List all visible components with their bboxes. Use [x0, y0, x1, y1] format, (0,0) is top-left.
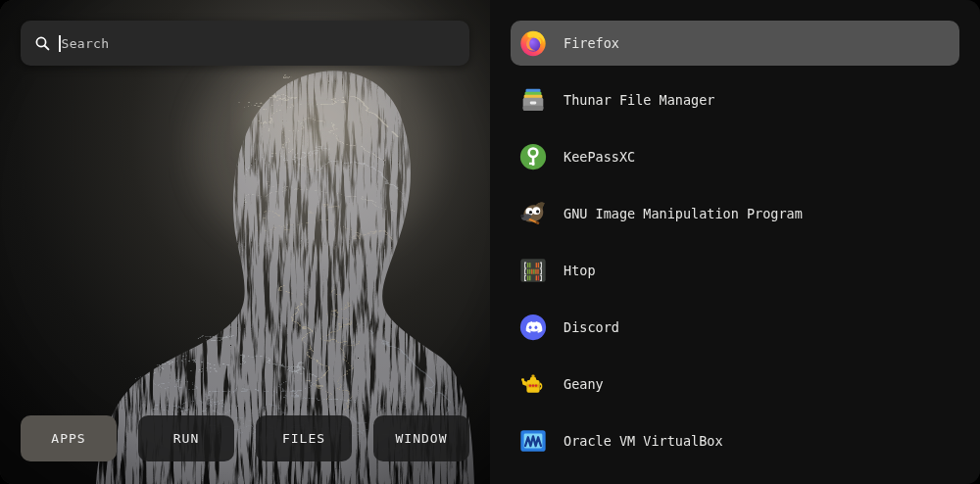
virtualbox-icon	[518, 426, 548, 456]
tab-files[interactable]: FILES	[256, 415, 352, 461]
app-label: Geany	[564, 376, 604, 392]
app-list: Firefox Thunar File Manager	[511, 21, 959, 463]
app-label: KeePassXC	[564, 149, 635, 165]
mode-tabs: APPS RUN FILES WINDOW	[21, 415, 469, 461]
search-icon	[34, 35, 51, 52]
tab-run[interactable]: RUN	[138, 415, 234, 461]
keepassxc-icon	[518, 142, 548, 171]
firefox-icon	[518, 28, 548, 58]
list-item-discord[interactable]: Discord	[511, 305, 959, 350]
app-label: Firefox	[564, 35, 619, 51]
left-panel: Search APPS RUN FILES WINDOW	[0, 0, 490, 484]
app-label: Oracle VM VirtualBox	[564, 433, 723, 449]
list-item-geany[interactable]: Geany	[511, 362, 959, 407]
gimp-icon	[518, 199, 548, 228]
search-placeholder: Search	[62, 36, 110, 51]
discord-icon	[518, 313, 548, 342]
geany-icon	[518, 369, 548, 399]
list-item-htop[interactable]: Htop	[511, 248, 959, 293]
list-item-firefox[interactable]: Firefox	[511, 21, 959, 66]
list-item-keepassxc[interactable]: KeePassXC	[511, 134, 959, 179]
tab-window[interactable]: WINDOW	[373, 415, 469, 461]
list-item-virtualbox[interactable]: Oracle VM VirtualBox	[511, 418, 959, 463]
htop-icon	[518, 256, 548, 285]
text-caret	[59, 35, 61, 52]
search-input[interactable]: Search	[21, 21, 469, 66]
app-label: Thunar File Manager	[564, 92, 714, 108]
tab-apps[interactable]: APPS	[21, 415, 117, 461]
list-item-gimp[interactable]: GNU Image Manipulation Program	[511, 191, 959, 236]
app-label: Htop	[564, 263, 596, 278]
app-label: Discord	[564, 319, 619, 335]
app-list-panel: Firefox Thunar File Manager	[490, 0, 980, 484]
thunar-icon	[518, 85, 548, 115]
wallpaper-bust-art	[0, 0, 490, 484]
app-label: GNU Image Manipulation Program	[564, 206, 803, 221]
list-item-thunar[interactable]: Thunar File Manager	[511, 77, 959, 122]
launcher-window: Search APPS RUN FILES WINDOW	[0, 0, 980, 484]
